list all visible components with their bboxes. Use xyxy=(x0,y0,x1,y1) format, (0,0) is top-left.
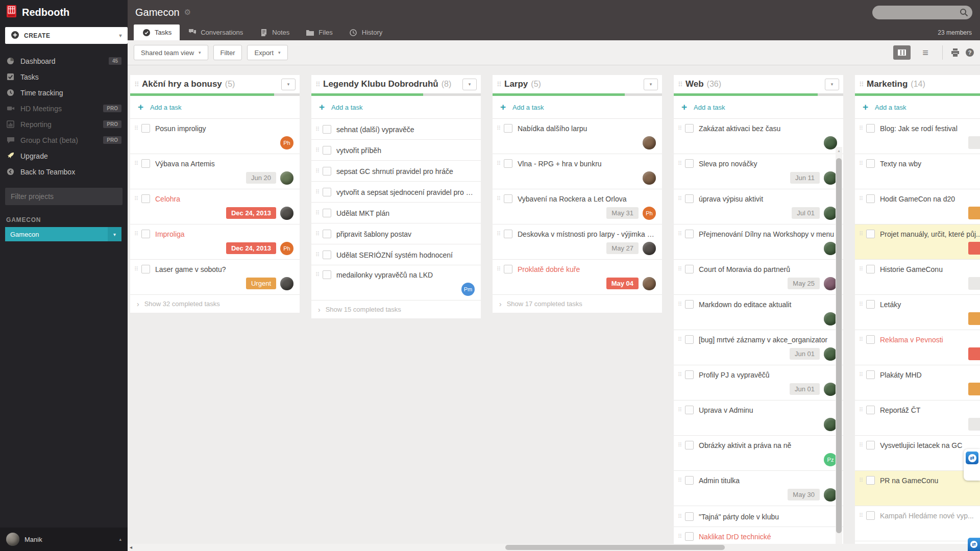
task-title[interactable]: vytvořit příběh xyxy=(336,146,476,155)
drag-handle-icon[interactable]: ⠿ xyxy=(859,125,866,132)
due-date-badge[interactable]: Jun 20 xyxy=(246,172,276,184)
view-dropdown-button[interactable]: Shared team view ▾ xyxy=(134,45,208,60)
sidebar-item-tasks[interactable]: Tasks xyxy=(0,69,128,85)
task-checkbox[interactable] xyxy=(866,441,875,449)
due-date-badge[interactable]: May 27 xyxy=(606,242,639,254)
drag-handle-icon[interactable]: ⠿ xyxy=(678,442,685,448)
add-task-button[interactable]: +Add a task xyxy=(855,96,980,119)
column-scrollbar-thumb[interactable] xyxy=(836,158,842,533)
due-date-badge[interactable]: Jul 01 xyxy=(792,207,820,219)
drag-handle-icon[interactable]: ⠿ xyxy=(497,81,504,88)
tab-tasks[interactable]: Tasks xyxy=(134,24,180,40)
assignee-avatar[interactable] xyxy=(643,136,656,149)
drag-handle-icon[interactable]: ⠿ xyxy=(497,160,504,167)
drag-handle-icon[interactable]: ⠿ xyxy=(859,81,867,88)
assignee-avatar[interactable]: Ph xyxy=(280,242,293,255)
task-title[interactable]: Výbava na Artemis xyxy=(155,160,295,168)
task-title[interactable]: Kampaň Hledáme nové vyp... xyxy=(880,512,980,520)
task-title[interactable]: medailonky vypravěčů na LKD xyxy=(336,271,476,279)
task-checkbox[interactable] xyxy=(685,124,694,133)
task-title[interactable]: Plakáty MHD xyxy=(880,371,980,379)
task-title[interactable]: Profily PJ a vypravěčů xyxy=(699,371,838,379)
task-checkbox[interactable] xyxy=(866,476,875,485)
task-checkbox[interactable] xyxy=(323,188,331,196)
task-title[interactable]: Vysvetlujici letacek na GC xyxy=(880,441,980,449)
assignee-avatar[interactable]: Ph xyxy=(643,207,656,220)
task-checkbox[interactable] xyxy=(685,406,694,414)
task-checkbox[interactable] xyxy=(504,230,512,238)
tab-files[interactable]: Files xyxy=(298,24,340,40)
column-view-toggle[interactable] xyxy=(893,45,911,60)
due-date-badge[interactable]: Jun 01 xyxy=(790,383,820,395)
task-checkbox[interactable] xyxy=(866,335,875,344)
task-title[interactable]: Reklama v Pevnosti xyxy=(880,336,980,344)
drag-handle-icon[interactable]: ⠿ xyxy=(497,125,504,132)
drag-handle-icon[interactable]: ⠿ xyxy=(315,168,323,174)
due-date-badge[interactable]: Jun 01 xyxy=(790,348,820,360)
task-title[interactable]: Uprava v Adminu xyxy=(699,406,838,414)
sidebar-item-reporting[interactable]: ReportingPRO xyxy=(0,116,128,132)
drag-handle-icon[interactable]: ⠿ xyxy=(678,266,685,272)
filter-projects-input[interactable] xyxy=(5,188,122,205)
drag-handle-icon[interactable]: ⠿ xyxy=(497,195,504,202)
drag-handle-icon[interactable]: ⠿ xyxy=(859,442,866,448)
drag-handle-icon[interactable]: ⠿ xyxy=(134,231,141,237)
assignee-avatar[interactable] xyxy=(280,171,293,185)
task-checkbox[interactable] xyxy=(504,265,512,273)
show-completed-link[interactable]: ›Show 15 completed tasks xyxy=(311,300,481,318)
task-title[interactable]: Proklatě dobré kuře xyxy=(518,265,657,273)
drag-handle-icon[interactable]: ⠿ xyxy=(134,81,142,88)
task-title[interactable]: Blog: Jak se rodí festival xyxy=(880,124,980,133)
task-checkbox[interactable] xyxy=(323,209,331,217)
column-menu-button[interactable]: ▾ xyxy=(281,79,296,90)
task-checkbox[interactable] xyxy=(323,230,331,238)
user-menu[interactable]: Manik ▴ xyxy=(0,528,128,551)
task-checkbox[interactable] xyxy=(141,124,150,133)
drag-handle-icon[interactable]: ⠿ xyxy=(678,160,685,167)
due-date-badge[interactable]: Dec 24, 2013 xyxy=(226,207,276,219)
due-date-badge[interactable] xyxy=(968,277,980,290)
task-title[interactable]: připravit šablony postav xyxy=(336,230,476,238)
drag-handle-icon[interactable]: ⠿ xyxy=(859,160,866,167)
horizontal-scrollbar-thumb[interactable] xyxy=(505,545,725,550)
tab-notes[interactable]: Notes xyxy=(251,24,298,40)
task-checkbox[interactable] xyxy=(685,300,694,309)
column-scrollbar[interactable]: ▴ xyxy=(836,147,842,550)
due-date-badge[interactable]: May 31 xyxy=(606,207,639,219)
task-checkbox[interactable] xyxy=(685,265,694,273)
task-title[interactable]: Letáky xyxy=(880,300,980,309)
due-date-badge[interactable]: May 30 xyxy=(788,489,820,500)
task-checkbox[interactable] xyxy=(141,265,150,273)
due-date-badge[interactable] xyxy=(968,242,980,255)
column-menu-button[interactable]: ▾ xyxy=(462,79,477,90)
task-title[interactable]: Zakázat aktivaci bez času xyxy=(699,124,838,133)
drag-handle-icon[interactable]: ⠿ xyxy=(315,210,323,216)
assignee-avatar[interactable] xyxy=(280,277,293,290)
task-checkbox[interactable] xyxy=(685,194,694,203)
task-checkbox[interactable] xyxy=(141,230,150,238)
column-menu-button[interactable]: ▾ xyxy=(644,79,658,90)
project-dropdown-button[interactable]: ▾ xyxy=(108,227,121,241)
task-title[interactable]: "Tajná" párty dole v klubu xyxy=(699,513,838,521)
column-menu-button[interactable]: ▾ xyxy=(825,79,839,90)
task-title[interactable]: Deskovka v místnosti pro larpy - výjimka… xyxy=(518,230,657,238)
due-date-badge[interactable] xyxy=(968,347,980,360)
sidebar-item-upgrade[interactable]: Upgrade xyxy=(0,148,128,164)
task-checkbox[interactable] xyxy=(323,125,331,134)
task-checkbox[interactable] xyxy=(866,300,875,309)
task-title[interactable]: Přejmenování Dílny na Workshopy v menu xyxy=(699,230,838,238)
assignee-avatar[interactable] xyxy=(643,242,656,255)
export-button[interactable]: Export ▾ xyxy=(247,45,287,60)
drag-handle-icon[interactable]: ⠿ xyxy=(678,407,685,413)
task-checkbox[interactable] xyxy=(685,159,694,168)
sidebar-project-gamecon[interactable]: Gamecon ▾ xyxy=(5,227,121,241)
due-date-badge[interactable] xyxy=(968,312,980,325)
due-date-badge[interactable]: Dec 24, 2013 xyxy=(226,242,276,254)
task-title[interactable]: Vlna - RPG + hra v bunkru xyxy=(518,160,657,168)
drag-handle-icon[interactable]: ⠿ xyxy=(859,195,866,202)
task-checkbox[interactable] xyxy=(685,476,694,485)
task-title[interactable]: Udělat MKT plán xyxy=(336,209,476,217)
task-checkbox[interactable] xyxy=(504,194,512,203)
add-task-button[interactable]: +Add a task xyxy=(311,96,481,119)
task-title[interactable]: [bug] mrtvé záznamy v akce_organizator xyxy=(699,336,838,344)
